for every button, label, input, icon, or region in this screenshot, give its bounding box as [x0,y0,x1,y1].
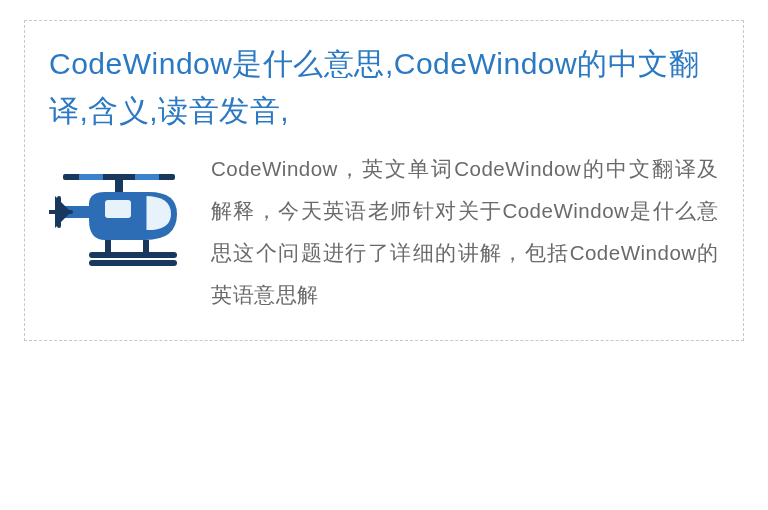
helicopter-icon [49,148,189,288]
svg-rect-3 [115,180,123,194]
svg-rect-10 [143,240,149,254]
article-body: CodeWindow，英文单词CodeWindow的中文翻译及解释，今天英语老师… [211,148,719,316]
svg-rect-11 [89,252,177,258]
svg-rect-1 [79,174,103,180]
svg-rect-9 [105,240,111,254]
article-card: CodeWindow是什么意思,CodeWindow的中文翻译,含义,读音发音, [24,20,744,341]
svg-rect-4 [105,200,131,218]
content-row: CodeWindow，英文单词CodeWindow的中文翻译及解释，今天英语老师… [49,148,719,316]
article-title: CodeWindow是什么意思,CodeWindow的中文翻译,含义,读音发音, [49,41,719,134]
svg-rect-2 [135,174,159,180]
svg-point-8 [56,209,62,215]
svg-rect-12 [89,260,177,266]
